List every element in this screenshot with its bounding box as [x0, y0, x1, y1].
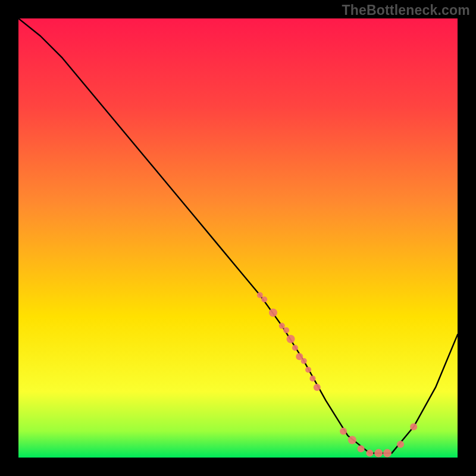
data-point	[269, 308, 277, 317]
data-point	[309, 375, 315, 381]
data-point	[257, 292, 263, 298]
data-point	[340, 428, 347, 435]
data-point	[397, 441, 404, 448]
data-point	[279, 323, 285, 329]
data-point	[366, 450, 373, 457]
data-point	[348, 436, 356, 444]
data-point	[314, 384, 321, 391]
data-point	[287, 335, 295, 343]
data-point	[301, 358, 307, 364]
page-frame: TheBottleneck.com	[0, 0, 476, 476]
data-point	[261, 296, 267, 302]
data-point	[292, 345, 298, 351]
data-point	[283, 327, 289, 333]
data-point	[383, 449, 392, 458]
chart-plot-area	[18, 18, 458, 458]
data-point	[358, 445, 365, 452]
data-point	[305, 367, 311, 372]
data-point	[374, 449, 383, 458]
chart-svg	[18, 18, 458, 458]
data-point	[410, 423, 417, 430]
watermark-text: TheBottleneck.com	[342, 2, 470, 18]
